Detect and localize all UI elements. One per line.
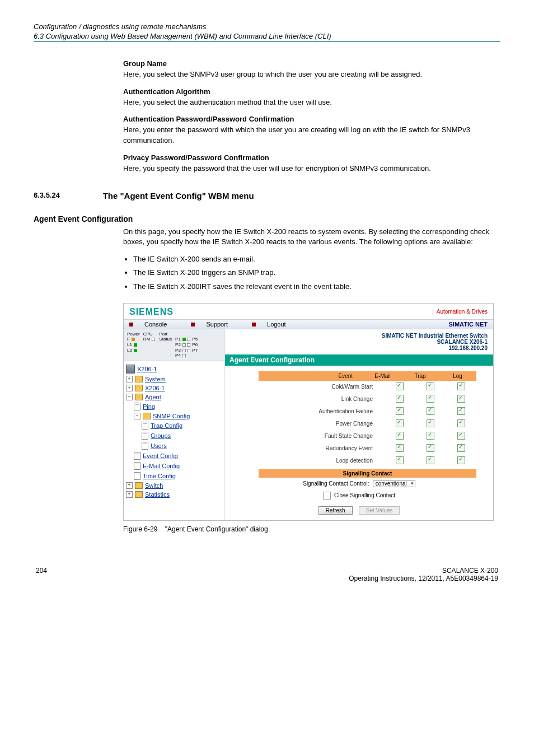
checkbox-trap[interactable] <box>427 432 434 440</box>
tagline: Automation & Drives <box>433 309 488 315</box>
table-row: Redundancy Event <box>259 442 476 455</box>
footer-line1: SCALANCE X-200 <box>349 567 498 575</box>
aec-heading: Agent Event Configuration <box>34 214 500 223</box>
authpw-head: Authentication Password/Password Confirm… <box>123 115 294 123</box>
tree-ping[interactable]: Ping <box>143 403 155 410</box>
expand-icon[interactable]: + <box>126 482 133 489</box>
close-signalling-checkbox[interactable] <box>323 492 331 500</box>
checkbox-log[interactable] <box>457 444 465 452</box>
col-email: E-Mail <box>364 371 401 381</box>
led-icon <box>182 343 186 347</box>
table-row: Power Change <box>259 418 476 430</box>
tree-email[interactable]: E-Mail Config <box>143 463 180 469</box>
tree-agent[interactable]: Agent <box>145 394 161 400</box>
event-name: Loop detection <box>259 458 384 464</box>
nav-tree: X206-1 +System +X206-1 −Agent Ping −SNMP… <box>124 361 224 503</box>
square-icon <box>252 323 256 326</box>
checkbox-trap[interactable] <box>427 456 434 464</box>
checkbox-trap[interactable] <box>427 382 434 390</box>
checkbox-email[interactable] <box>396 444 404 452</box>
wbm-screenshot: SIEMENS Automation & Drives Console Supp… <box>123 303 494 521</box>
event-name: Fault State Change <box>259 433 384 439</box>
tree-trap[interactable]: Trap Config <box>151 422 182 429</box>
status-panel: Power F L1 L2 CPU RM PortStatus <box>124 329 224 361</box>
status-p3: P3 <box>175 348 181 353</box>
status-f: F <box>127 337 130 342</box>
tree-switch[interactable]: Switch <box>145 482 163 489</box>
tree-system[interactable]: System <box>145 376 166 382</box>
status-l2: L2 <box>127 348 132 353</box>
figure-text: "Agent Event Configuration" dialog <box>165 525 268 533</box>
device-line2: SCALANCE X206-1 <box>231 339 488 345</box>
table-row: Link Change <box>259 393 476 405</box>
groupname-body: Here, you select the SNMPv3 user group t… <box>123 70 422 78</box>
set-values-button[interactable]: Set Values <box>359 506 400 515</box>
tree-time[interactable]: Time Config <box>143 473 176 479</box>
led-icon <box>132 338 135 341</box>
status-p5: P5 <box>192 337 198 342</box>
table-row: Fault State Change <box>259 430 476 442</box>
event-name: Redundancy Event <box>259 445 384 451</box>
page-icon <box>134 462 140 470</box>
status-cpu: CPU <box>143 332 156 337</box>
status-port: Port <box>159 332 167 337</box>
checkbox-trap[interactable] <box>427 444 434 452</box>
table-row: Authentication Failure <box>259 405 476 418</box>
refresh-button[interactable]: Refresh <box>318 506 353 515</box>
square-icon <box>191 323 195 326</box>
aec-intro: On this page, you specify how the IE Swi… <box>123 227 500 248</box>
tree-root[interactable]: X206-1 <box>137 366 157 372</box>
status-p6: P6 <box>192 342 198 347</box>
checkbox-trap[interactable] <box>427 395 434 403</box>
page-icon <box>142 422 148 430</box>
page-icon <box>134 452 140 460</box>
page-icon <box>142 442 148 450</box>
collapse-icon[interactable]: − <box>126 394 133 400</box>
nav-console[interactable]: Console <box>129 321 178 328</box>
folder-icon <box>135 385 143 391</box>
checkbox-email[interactable] <box>396 419 404 427</box>
expand-icon[interactable]: + <box>126 385 133 391</box>
brand-logo: SIEMENS <box>129 307 174 317</box>
checkbox-trap[interactable] <box>427 407 434 415</box>
page-icon <box>134 403 140 410</box>
tree-snmp[interactable]: SNMP Config <box>153 413 190 419</box>
status-l1: L1 <box>127 342 132 347</box>
checkbox-log[interactable] <box>457 395 465 403</box>
signalling-select[interactable]: conventional <box>373 480 415 487</box>
led-icon <box>187 338 190 341</box>
nav-logout[interactable]: Logout <box>252 321 297 328</box>
checkbox-email[interactable] <box>396 382 404 390</box>
nav-support[interactable]: Support <box>191 321 239 328</box>
expand-icon[interactable]: + <box>126 376 133 382</box>
tree-stats[interactable]: Statistics <box>145 491 170 498</box>
simatic-net-label: SIMATIC NET <box>449 321 488 328</box>
folder-open-icon <box>143 413 151 419</box>
breadcrumb-sub: 6.3 Configuration using Web Based Manage… <box>34 32 500 42</box>
nav-support-label: Support <box>206 321 228 328</box>
led-icon <box>152 338 155 341</box>
checkbox-log[interactable] <box>457 419 465 427</box>
tree-x206[interactable]: X206-1 <box>145 385 165 391</box>
checkbox-log[interactable] <box>457 456 465 464</box>
page-icon <box>142 432 148 440</box>
status-p4: P4 <box>175 353 181 358</box>
event-name: Authentication Failure <box>259 408 384 414</box>
checkbox-log[interactable] <box>457 432 465 440</box>
tree-event[interactable]: Event Config <box>143 452 178 459</box>
checkbox-email[interactable] <box>396 432 404 440</box>
led-icon <box>187 343 190 347</box>
checkbox-log[interactable] <box>457 407 465 415</box>
collapse-icon[interactable]: − <box>134 413 140 419</box>
checkbox-email[interactable] <box>396 456 404 464</box>
checkbox-trap[interactable] <box>427 419 434 427</box>
figure-label: Figure 6-29 <box>123 525 157 533</box>
expand-icon[interactable]: + <box>126 491 133 498</box>
tree-users[interactable]: Users <box>151 442 167 449</box>
footer-line2: Operating Instructions, 12/2011, A5E0034… <box>349 575 498 582</box>
checkbox-email[interactable] <box>396 395 404 403</box>
checkbox-email[interactable] <box>396 407 404 415</box>
tree-groups[interactable]: Groups <box>151 432 171 439</box>
col-event: Event <box>259 371 364 381</box>
checkbox-log[interactable] <box>457 382 465 390</box>
